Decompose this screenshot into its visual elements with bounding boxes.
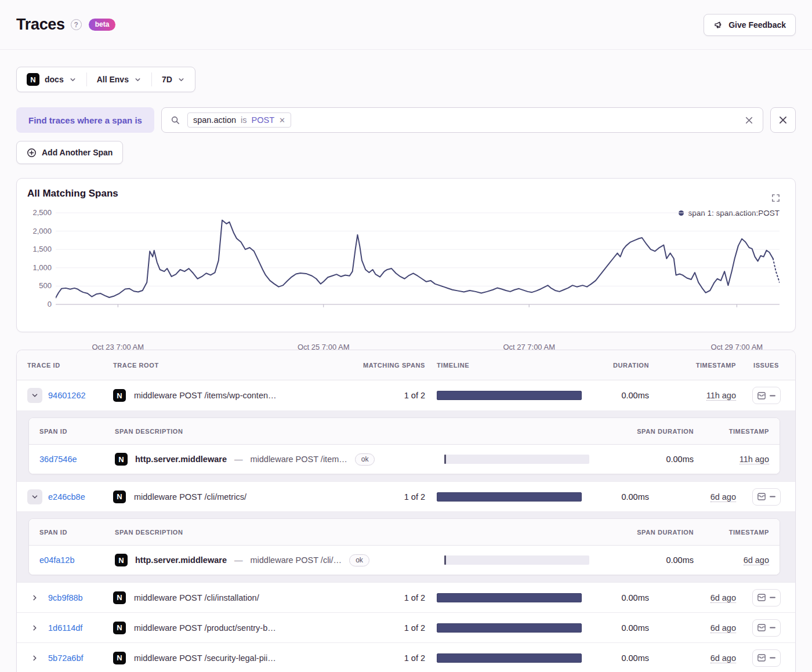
trace-id-link[interactable]: 5b72a6bf (48, 653, 83, 663)
environment-filter[interactable]: All Envs (87, 67, 151, 92)
nextjs-platform-icon: N (113, 622, 126, 634)
timestamp-value[interactable]: 6d ago (710, 593, 736, 603)
duration-cell: 0.00ms (593, 653, 649, 663)
issues-button[interactable] (752, 589, 781, 606)
column-header-timestamp: TIMESTAMP (661, 362, 736, 369)
trace-id-link[interactable]: 9cb9f88b (48, 593, 83, 602)
span-duration-cell: 0.00ms (601, 455, 694, 464)
expand-trace-button[interactable] (27, 651, 42, 666)
column-header-trace-id: TRACE ID (27, 362, 102, 369)
trace-root-text: middleware POST /items/wp-conten… (134, 391, 277, 400)
trace-id-cell: 1d6114df (27, 620, 102, 635)
trace-row: e246cb8eNmiddleware POST /cli/metrics/1 … (17, 481, 795, 511)
matching-spans-cell: 1 of 2 (350, 653, 425, 663)
span-id-cell: e04fa12b (39, 555, 103, 565)
issues-button[interactable] (752, 488, 781, 506)
span-search-row: Find traces where a span is span.action … (16, 107, 796, 133)
timestamp-value[interactable]: 6d ago (710, 492, 736, 502)
span-id-cell: 36d7546e (39, 455, 103, 464)
dash-icon (770, 597, 775, 598)
filter-bar: N docs All Envs 7D (16, 67, 195, 92)
issues-cell (748, 387, 785, 404)
search-filter-token[interactable]: span.action is POST ✕ (187, 112, 291, 128)
span-operation: http.server.middleware (135, 555, 227, 565)
trace-id-cell: 94601262 (27, 388, 102, 403)
token-value: POST (252, 115, 274, 125)
trace-id-link[interactable]: 1d6114df (48, 623, 82, 633)
dash-icon (770, 627, 775, 629)
trace-id-cell: 5b72a6bf (27, 651, 102, 666)
timestamp-value[interactable]: 11h ago (706, 391, 736, 401)
duration-cell: 0.00ms (593, 492, 649, 502)
y-tick-label: 1,000 (17, 263, 52, 272)
nextjs-platform-icon: N (113, 652, 126, 664)
trace-table-body: 94601262Nmiddleware POST /items/wp-conte… (17, 380, 795, 672)
chevron-down-icon (134, 76, 142, 83)
timestamp-value[interactable]: 6d ago (710, 623, 736, 633)
trace-root-text: middleware POST /security-legal-pii… (134, 653, 276, 663)
span-description-text: middleware POST /item… (250, 455, 347, 464)
column-header-trace-root: TRACE ROOT (113, 362, 338, 369)
issues-button[interactable] (752, 619, 781, 637)
y-tick-label: 1,500 (17, 245, 52, 253)
timestamp-value[interactable]: 6d ago (710, 653, 736, 663)
trace-root-text: middleware POST /cli/installation/ (134, 593, 259, 602)
y-tick-label: 0 (17, 300, 52, 308)
page-content: N docs All Envs 7D Find traces where a s… (0, 50, 812, 672)
issues-cell (748, 649, 785, 667)
nextjs-platform-icon: N (113, 591, 126, 604)
span-status-badge: ok (349, 554, 369, 566)
span-id-link[interactable]: 36d7546e (39, 455, 77, 464)
collapse-trace-button[interactable] (27, 489, 42, 504)
chart-expand-icon[interactable] (771, 194, 780, 202)
nextjs-platform-icon: N (113, 389, 126, 402)
span-description-cell: Nhttp.server.middleware—middleware POST … (115, 554, 433, 566)
dash-icon (770, 395, 775, 397)
span-operation: http.server.middleware (135, 455, 227, 464)
y-tick-label: 2,500 (17, 208, 52, 217)
date-range-filter[interactable]: 7D (152, 67, 195, 92)
search-clear-icon[interactable] (744, 115, 754, 125)
remove-span-query-button[interactable] (770, 107, 796, 133)
expand-trace-button[interactable] (27, 620, 42, 635)
token-remove-icon[interactable]: ✕ (279, 116, 285, 125)
column-header-span-description: SPAN DESCRIPTION (115, 529, 433, 536)
token-operator: is (241, 115, 246, 125)
span-id-link[interactable]: e04fa12b (39, 555, 74, 565)
timestamp-cell: 6d ago (661, 492, 736, 502)
span-table-header: SPAN IDSPAN DESCRIPTIONSPAN DURATIONTIME… (29, 519, 780, 546)
span-timestamp-cell: 6d ago (705, 555, 769, 565)
chevron-down-icon (177, 76, 185, 83)
trace-id-cell: 9cb9f88b (27, 590, 102, 605)
environment-filter-label: All Envs (97, 75, 129, 84)
issues-button[interactable] (752, 649, 781, 667)
timestamp-value[interactable]: 11h ago (740, 455, 769, 464)
issues-cell (748, 589, 785, 606)
timestamp-value[interactable]: 6d ago (744, 555, 769, 565)
matching-spans-chart-panel: All Matching Spans span 1: span.action:P… (16, 178, 796, 332)
span-table-header: SPAN IDSPAN DESCRIPTIONSPAN DURATIONTIME… (29, 418, 780, 445)
project-filter[interactable]: N docs (17, 67, 86, 92)
trace-id-link[interactable]: e246cb8e (48, 492, 85, 502)
add-another-span-button[interactable]: Add Another Span (16, 141, 123, 164)
give-feedback-label: Give Feedback (728, 20, 786, 30)
find-traces-label-pill[interactable]: Find traces where a span is (16, 107, 154, 133)
give-feedback-button[interactable]: Give Feedback (704, 14, 796, 36)
chevron-down-icon (69, 76, 77, 83)
span-row: e04fa12bNhttp.server.middleware—middlewa… (29, 546, 780, 575)
timeline-cell (437, 391, 582, 400)
collapse-trace-button[interactable] (27, 388, 42, 403)
duration-cell: 0.00ms (593, 391, 649, 400)
y-tick-label: 500 (17, 281, 52, 290)
trace-id-link[interactable]: 94601262 (48, 391, 86, 400)
expand-trace-button[interactable] (27, 590, 42, 605)
help-icon[interactable]: ? (71, 19, 82, 30)
span-search-input[interactable]: span.action is POST ✕ (161, 107, 763, 133)
timestamp-cell: 6d ago (661, 653, 736, 663)
timeline-cell (437, 653, 582, 663)
trace-timeline-bar (437, 593, 582, 602)
issues-button[interactable] (752, 387, 781, 404)
x-tick-label: Oct 29 7:00 AM (711, 343, 763, 351)
span-status-badge: ok (355, 453, 375, 466)
nextjs-platform-icon: N (115, 554, 128, 566)
